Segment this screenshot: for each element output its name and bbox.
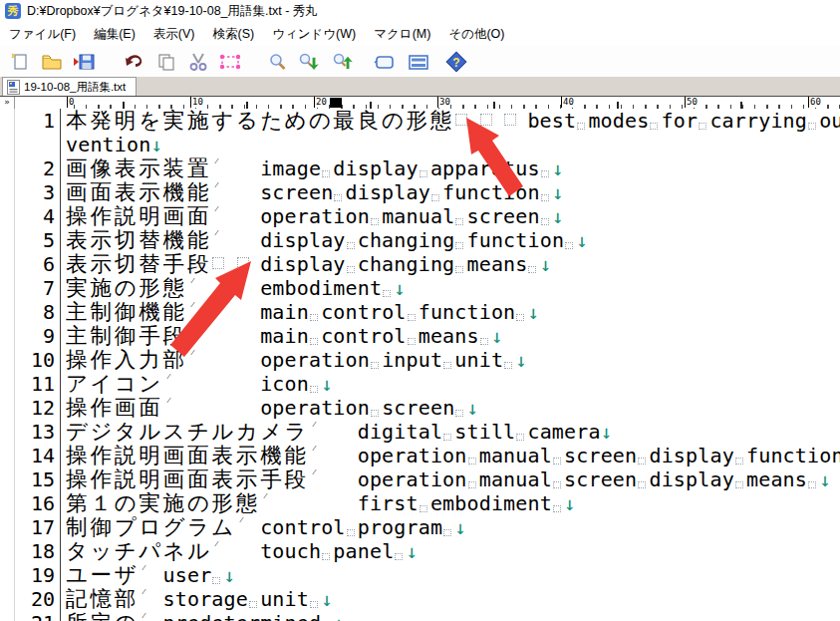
line-number: 1 (0, 109, 55, 133)
search-button[interactable] (263, 49, 290, 75)
editor-row[interactable]: 17制御プログラムcontrolprogram↓ (0, 515, 466, 539)
editor-row[interactable]: 10操作入力部operationinputunit↓ (0, 348, 527, 372)
line-number: 16 (0, 491, 55, 515)
line-text-jp: の (115, 491, 139, 515)
halfwidth-space-marker (552, 467, 564, 491)
copy-button[interactable] (152, 49, 179, 75)
search-up-button[interactable] (329, 49, 356, 75)
line-text-jp: 示 (236, 467, 260, 491)
line-text-jp: 制 (90, 300, 114, 324)
line-text-en: function (442, 180, 540, 204)
editor-row[interactable]: 16第１の実施の形態firstembodiment↓ (0, 491, 576, 515)
line-text-jp: 示 (139, 156, 162, 180)
halfwidth-space-marker (540, 204, 552, 228)
editor-row[interactable]: 7実施の形態embodiment↓ (0, 276, 407, 300)
line-number: 11 (0, 372, 55, 396)
tab-19-10-08-yougoshuu[interactable]: 19-10-08_用語集.txt (2, 77, 137, 96)
line-text-en: storage (163, 587, 248, 611)
line-text-jp: 示 (90, 252, 114, 276)
search-icon (266, 51, 288, 73)
line-text-jp: 画 (163, 444, 187, 467)
title-bar[interactable]: 秀 D:¥Dropbox¥ブログネタ¥19-10-08_用語集.txt - 秀丸 (0, 0, 840, 22)
line-number: 6 (0, 252, 55, 276)
menu-item-6[interactable]: その他(O) (439, 23, 513, 46)
select-range-button[interactable] (216, 49, 243, 75)
window-title: D:¥Dropbox¥ブログネタ¥19-10-08_用語集.txt - 秀丸 (27, 3, 318, 20)
line-text-jp: 形 (139, 276, 162, 300)
line-number: 20 (0, 587, 55, 611)
line-text-jp: 発 (90, 109, 114, 133)
tab-marker (139, 587, 162, 611)
line-text-jp: の (115, 611, 139, 621)
line-number: 19 (0, 563, 55, 587)
line-text-en: vention (66, 133, 150, 156)
editor-row[interactable]: 12操作画面operationscreen↓ (0, 396, 479, 420)
line-text-jp: る (236, 109, 260, 133)
editor-row[interactable]: 18タッチパネルtouchpanel↓ (0, 539, 419, 563)
save-file-button[interactable] (70, 49, 97, 75)
editor-row[interactable]: 19ユーザuser↓ (0, 563, 236, 587)
help-button[interactable]: ? (442, 49, 469, 75)
line-number: 17 (0, 515, 55, 539)
halfwidth-space-marker (370, 348, 382, 372)
editor-row[interactable]: 15操作説明画面表示手段operationmanualscreendisplay… (0, 467, 831, 491)
line-text-en: control (260, 515, 345, 539)
line-text-jp: ン (139, 372, 162, 396)
line-number: 21 (0, 611, 55, 621)
editor-row[interactable]: 4操作説明画面operationmanualscreen↓ (0, 204, 564, 228)
line-text-en: manual (479, 444, 552, 467)
jump-button[interactable] (371, 49, 398, 75)
open-file-button[interactable] (38, 49, 65, 75)
menu-item-1[interactable]: 編集(E) (85, 23, 144, 46)
halfwidth-space-marker (442, 420, 454, 444)
editor-row[interactable]: 11アイコンicon↓ (0, 372, 333, 396)
menu-item-0[interactable]: ファイル(F) (0, 23, 85, 46)
line-text-en: operation (358, 444, 467, 467)
editor-row[interactable]: 20記憶部storageunit↓ (0, 587, 333, 611)
halfwidth-space-marker (407, 300, 419, 324)
line-number: 5 (0, 228, 55, 252)
ruler-overflow-button[interactable]: » (0, 97, 15, 109)
line-text-jp: 操 (66, 467, 90, 491)
editor-row[interactable]: 2画像表示装置imagedisplayapparatus↓ (0, 156, 564, 180)
newline-marker: ↓ (394, 276, 406, 300)
text-editor-area[interactable]: » 0102030405060 1本発明を実施するための最良の形態bestmod… (0, 96, 840, 621)
line-text-jp: 表 (66, 252, 90, 276)
editor-row[interactable]: 9主制御手段maincontrolmeans↓ (0, 324, 503, 348)
ruler-label-30: 30 (437, 97, 450, 108)
undo-arrow-icon (124, 51, 145, 73)
search-down-button[interactable] (295, 49, 322, 75)
line-text-en: display (649, 467, 733, 491)
editor-row[interactable]: 5表示切替機能displaychangingfunction↓ (0, 228, 588, 252)
line-text-jp: ム (211, 515, 235, 539)
menu-item-4[interactable]: ウィンドウ(W) (263, 23, 365, 46)
tab-marker (139, 611, 162, 621)
line-text-en: panel (333, 539, 394, 563)
editor-row[interactable]: 1本発明を実施するための最良の形態bestmodesforcarryingout… (0, 109, 840, 133)
editor-row[interactable]: 21所定のpredetermined↓ (0, 611, 346, 621)
tab-marker (187, 348, 260, 372)
editor-row[interactable]: 8主制御機能maincontrolfunction↓ (0, 300, 540, 324)
new-file-button[interactable] (6, 49, 33, 75)
line-text-jp: 部 (115, 587, 139, 611)
line-text-jp: の (382, 109, 406, 133)
halfwidth-space-marker (540, 180, 552, 204)
line-text-jp: 態 (236, 491, 260, 515)
line-text-jp: 御 (90, 515, 114, 539)
editor-row[interactable]: 13デジタルスチルカメラdigitalstillcamera↓ (0, 420, 613, 444)
editor-row[interactable]: vention↓ (0, 133, 163, 156)
editor-row[interactable]: 6表示切替手段displaychangingmeans↓ (0, 252, 552, 276)
menu-item-5[interactable]: マクロ(M) (365, 23, 439, 46)
split-window-button[interactable] (405, 49, 431, 75)
menu-item-3[interactable]: 検索(S) (203, 23, 263, 46)
undo-button[interactable] (121, 49, 147, 75)
line-text-en: image (260, 156, 321, 180)
menu-item-2[interactable]: 表示(V) (144, 23, 204, 46)
cut-button[interactable] (184, 49, 211, 75)
line-text-jp: 能 (163, 300, 187, 324)
line-text-en: carrying (709, 109, 807, 133)
editor-row[interactable]: 14操作説明画面表示機能operationmanualscreendisplay… (0, 444, 840, 467)
editor-row[interactable]: 3画面表示機能screendisplayfunction↓ (0, 180, 564, 204)
halfwidth-space-marker (637, 444, 649, 467)
line-text-jp: 表 (115, 180, 139, 204)
